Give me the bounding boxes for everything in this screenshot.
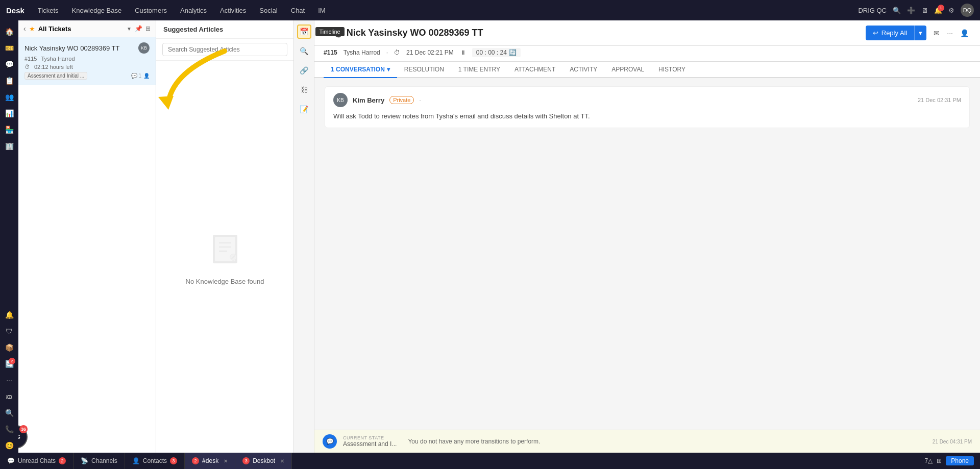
sidebar-ticket2-icon[interactable]: 🎟 (2, 389, 16, 404)
nav-chat[interactable]: Chat (286, 5, 310, 16)
notification-icon[interactable]: 🔔 1 (934, 7, 942, 14)
current-state-label: CURRENT STATE (343, 435, 397, 440)
bottom-tab-desk[interactable]: 2 #desk ✕ (185, 453, 235, 469)
refresh-timer-icon[interactable]: 🔄 (509, 49, 517, 56)
ticket-tags: Assessment and Initial ... 💬 1 👤 (24, 72, 150, 80)
detail-assignee: Tysha Harrod (344, 49, 380, 56)
message-sender-avatar: KB (333, 93, 348, 107)
bottom-tab-channels[interactable]: 📡 Channels (74, 453, 125, 469)
sidebar-accounts-icon[interactable]: 🏢 (2, 139, 16, 153)
tab-resolution[interactable]: RESOLUTION (397, 62, 451, 78)
bottom-tab-deskbot[interactable]: 3 Deskbot ✕ (235, 453, 292, 469)
sidebar-box-icon[interactable]: 📦 (2, 340, 16, 355)
desk-tab-close[interactable]: ✕ (224, 458, 228, 464)
reply-dropdown-button[interactable]: ▾ (914, 26, 926, 40)
suggested-search-input[interactable] (162, 43, 287, 56)
tab-approval[interactable]: APPROVAL (604, 62, 651, 78)
sidebar-search2-icon[interactable]: 🔍 (2, 406, 16, 420)
sidebar-phone-icon[interactable]: 📞 (2, 422, 16, 436)
sidebar-dots-icon[interactable]: ··· (2, 373, 16, 387)
top-navigation: Desk Tickets Knowledge Base Customers An… (0, 0, 980, 20)
no-kb-text: No Knowledge Base found (186, 278, 264, 285)
user-name[interactable]: DRIG QC (858, 7, 887, 14)
ticket-detail-header: ‹ 📞 Nick Yasinsky WO 00289369 TT ↩ Reply… (314, 20, 980, 46)
sidebar-contacts-icon[interactable]: 👥 (2, 90, 16, 104)
state-info: CURRENT STATE Assessment and I... (343, 435, 397, 448)
sidebar-store-icon[interactable]: 🏪 (2, 122, 16, 137)
grid-icon[interactable]: ⊞ (937, 457, 942, 464)
pause-icon[interactable]: ⏸ (460, 49, 466, 56)
ticket-tag: Assessment and Initial ... (24, 72, 87, 80)
nav-im[interactable]: IM (313, 5, 330, 16)
timeline-icon[interactable]: 📅 (297, 24, 311, 39)
notes-icon[interactable]: 📝 (297, 102, 311, 116)
state-message: You do not have any more transitions to … (408, 438, 540, 445)
search-icon[interactable]: 🔍 (893, 7, 901, 14)
bottom-tab-unread[interactable]: 💬 Unread Chats 2 (0, 453, 74, 469)
nav-analytics[interactable]: Analytics (175, 5, 212, 16)
back-button[interactable]: ‹ (23, 24, 26, 33)
nav-social[interactable]: Social (254, 5, 282, 16)
tab-time-entry[interactable]: 1 TIME ENTRY (451, 62, 507, 78)
phone-bottom-label[interactable]: Phone (946, 456, 974, 465)
person-settings-icon[interactable]: 👤 (958, 27, 971, 39)
link-icon[interactable]: ⛓ (297, 83, 311, 97)
sidebar-shield-icon[interactable]: 🛡 (2, 324, 16, 338)
state-icon: 💬 (323, 434, 337, 449)
screen-icon[interactable]: 🖥 (921, 7, 928, 14)
suggested-articles-panel: Suggested Articles No Knowledge Base fou… (156, 20, 294, 453)
main-content: ‹ 📞 Nick Yasinsky WO 00289369 TT ↩ Reply… (314, 20, 980, 453)
sidebar-desk-icon[interactable]: 📋 (2, 73, 16, 88)
nav-activities[interactable]: Activities (215, 5, 251, 16)
contacts-icon: 👤 (132, 457, 140, 464)
ticket-item[interactable]: Nick Yasinsky WO 00289369 TT KB #115 Tys… (18, 37, 156, 85)
reply-all-button[interactable]: ↩ Reply All (866, 26, 915, 40)
suggested-empty-state: No Knowledge Base found (156, 61, 293, 453)
message-private-label: Private (389, 96, 414, 104)
suggested-articles-header: Suggested Articles (156, 20, 293, 39)
sidebar-tickets-icon[interactable]: 🎫 (2, 41, 16, 55)
add-icon[interactable]: ➕ (907, 7, 915, 14)
more-options-icon[interactable]: ··· (945, 27, 955, 39)
state-value: Assessment and I... (343, 440, 397, 448)
mail-icon[interactable]: ✉ (932, 27, 942, 39)
sidebar-home-icon[interactable]: 🏠 (2, 24, 16, 39)
tab-conversation[interactable]: 1 CONVERSATION ▾ (324, 62, 397, 78)
sidebar-smile-icon[interactable]: 😊 (2, 438, 16, 453)
clock-icon: ⏱ (24, 64, 30, 70)
star-icon[interactable]: ★ (29, 25, 35, 33)
sidebar-alert-icon[interactable]: 🔔 (2, 308, 16, 322)
ticket-actions: 💬 1 👤 (131, 73, 150, 79)
bottom-tab-contacts[interactable]: 👤 Contacts 3 (125, 453, 185, 469)
timeline-tooltip: Timeline (315, 27, 345, 36)
sidebar-sync-icon[interactable]: 🔄 2 (2, 357, 16, 371)
header-icons-right: ⊞ (145, 25, 151, 32)
tab-attachment[interactable]: ATTACHMENT (507, 62, 562, 78)
ticket-id: #115 (24, 56, 37, 62)
main-layout: ‹ ★ All Tickets ▼ 📌 ⊞ Nick Yasinsky WO 0… (18, 20, 980, 453)
left-sidebar: 🏠 🎫 💬 📋 👥 📊 🏪 🏢 🔔 🛡 📦 🔄 2 ··· 🎟 🔍 📞 😊 (0, 20, 18, 453)
tab-activity[interactable]: ACTIVITY (562, 62, 604, 78)
ticket-time-left: 02:12 hours left (34, 64, 73, 70)
nav-knowledge-base[interactable]: Knowledge Base (67, 5, 127, 16)
user-avatar[interactable]: DQ (961, 4, 974, 17)
deskbot-tab-close[interactable]: ✕ (280, 458, 284, 464)
title-dropdown-icon[interactable]: ▼ (127, 26, 132, 32)
filter-icon[interactable]: ⊞ (145, 25, 151, 32)
tabs-row: 1 CONVERSATION ▾ RESOLUTION 1 TIME ENTRY… (314, 62, 980, 78)
tickets-title: All Tickets (38, 25, 124, 33)
sidebar-chat-icon[interactable]: 💬 (2, 57, 16, 71)
message-card: KB Kim Berry Private · 21 Dec 02:31 PM W… (325, 86, 970, 128)
tab-dropdown-icon[interactable]: ▾ (387, 66, 390, 73)
message-header: KB Kim Berry Private · 21 Dec 02:31 PM (333, 93, 961, 107)
nav-tickets[interactable]: Tickets (33, 5, 64, 16)
message-dot-separator: · (419, 97, 421, 103)
desk-badge: 2 (192, 457, 199, 464)
tab-history[interactable]: HISTORY (651, 62, 693, 78)
settings-icon[interactable]: ⚙ (948, 7, 954, 14)
pin-icon[interactable]: 📌 (135, 25, 142, 32)
sidebar-reports-icon[interactable]: 📊 (2, 106, 16, 120)
share-icon[interactable]: 🔗 (297, 63, 311, 78)
nav-customers[interactable]: Customers (130, 5, 172, 16)
search-articles-icon[interactable]: 🔍 (297, 44, 311, 58)
